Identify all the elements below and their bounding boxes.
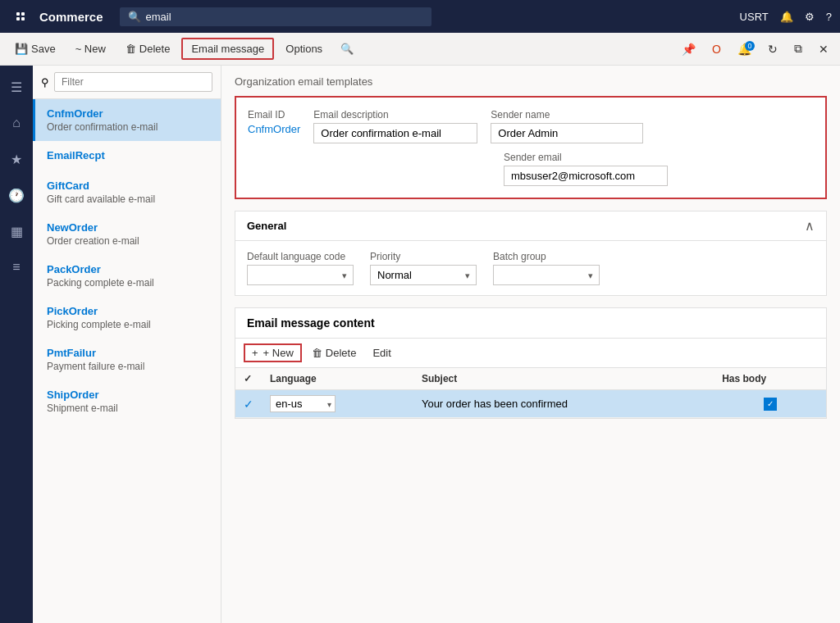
settings-icon[interactable]: ⚙ — [805, 11, 815, 23]
batch-group-group: Batch group — [493, 251, 600, 285]
section-title: Organization email templates — [235, 75, 827, 88]
toolbar-right-icons: 📌 O 🔔0 ↻ ⧉ ✕ — [677, 39, 833, 59]
language-select[interactable]: en-us — [270, 395, 336, 412]
priority-group: Priority Normal High Low — [370, 251, 477, 285]
row-language-cell[interactable]: en-us — [262, 390, 413, 418]
sender-name-group: Sender name — [491, 109, 643, 143]
user-label: USRT — [740, 11, 769, 23]
content-delete-button[interactable]: 🗑 Delete — [305, 344, 363, 362]
global-search[interactable]: 🔍 — [120, 7, 431, 26]
has-body-checkbox: ✓ — [764, 398, 777, 411]
row-has-body-cell: ✓ — [714, 390, 826, 418]
toolbar-search-icon[interactable]: 🔍 — [340, 43, 354, 55]
check-icon: ✓ — [244, 398, 253, 411]
filter-icon: ⚲ — [41, 76, 49, 89]
filter-area: ⚲ — [33, 66, 221, 99]
content-panel: Organization email templates Email ID Cn… — [221, 66, 840, 623]
table-header-row: ✓ Language Subject Has body — [235, 368, 826, 390]
new-button[interactable]: ~ New — [67, 39, 114, 58]
email-message-button[interactable]: Email message — [181, 38, 274, 60]
toolbar: 💾 Save ~ New 🗑 Delete Email message Opti… — [0, 33, 840, 66]
refresh-icon[interactable]: ↻ — [763, 39, 783, 59]
email-id-group: Email ID CnfmOrder — [248, 109, 300, 143]
general-header: General ∧ — [235, 211, 826, 241]
col-has-body: Has body — [714, 368, 826, 390]
notification-icon[interactable]: 🔔0 — [733, 39, 756, 59]
list-item[interactable]: PackOrder Packing complete e-mail — [33, 255, 221, 297]
priority-select-wrapper: Normal High Low — [370, 265, 477, 285]
email-desc-group: Email description — [313, 109, 477, 143]
search-input[interactable] — [146, 11, 423, 23]
search-icon: 🔍 — [128, 11, 141, 23]
email-desc-input[interactable] — [313, 123, 477, 143]
list-items: CnfmOrder Order confirmation e-mail Emai… — [33, 99, 221, 623]
content-section-header: Email message content — [235, 308, 826, 339]
table-row[interactable]: ✓ en-us Your order has been confirmed ✓ — [235, 390, 826, 418]
help-icon[interactable]: ? — [826, 11, 832, 23]
list-item[interactable]: NewOrder Order creation e-mail — [33, 213, 221, 255]
filter-input[interactable] — [54, 72, 212, 92]
col-check: ✓ — [235, 368, 262, 390]
star-icon[interactable]: ★ — [2, 144, 31, 174]
home-icon[interactable]: ⌂ — [2, 108, 31, 138]
hamburger-icon[interactable]: ☰ — [2, 72, 31, 102]
list-item[interactable]: PickOrder Picking complete e-mail — [33, 297, 221, 339]
general-collapse-button[interactable]: ∧ — [805, 218, 815, 234]
sender-email-input[interactable] — [504, 166, 668, 186]
batch-group-select-wrapper — [493, 265, 600, 285]
default-lang-select[interactable] — [247, 265, 354, 285]
office-icon[interactable]: O — [707, 39, 726, 59]
content-section: Email message content + + New 🗑 Delete E… — [235, 307, 827, 419]
content-new-icon: + — [252, 347, 258, 359]
close-icon[interactable]: ✕ — [814, 39, 833, 59]
table-icon[interactable]: ▦ — [2, 216, 31, 246]
content-edit-button[interactable]: Edit — [366, 344, 397, 362]
row-subject-cell: Your order has been confirmed — [413, 390, 714, 418]
main-layout: ☰ ⌂ ★ 🕐 ▦ ≡ ⚲ CnfmOrder Order confirmati… — [0, 66, 840, 623]
email-template-box: Email ID CnfmOrder Email description Sen… — [235, 96, 827, 199]
batch-group-select[interactable] — [493, 265, 600, 285]
sidebar-icons: ☰ ⌂ ★ 🕐 ▦ ≡ — [0, 66, 33, 623]
content-new-button[interactable]: + + New — [244, 343, 302, 362]
content-table: ✓ Language Subject Has body ✓ — [235, 368, 826, 418]
sender-email-group: Sender email — [504, 152, 668, 186]
list-item[interactable]: CnfmOrder Order confirmation e-mail — [33, 99, 221, 141]
delete-icon: 🗑 — [126, 43, 136, 55]
col-subject: Subject — [413, 368, 714, 390]
list-item[interactable]: EmailRecpt — [33, 141, 221, 171]
open-new-icon[interactable]: ⧉ — [789, 39, 807, 59]
list-panel: ⚲ CnfmOrder Order confirmation e-mail Em… — [33, 66, 221, 623]
list-item[interactable]: GiftCard Gift card available e-mail — [33, 171, 221, 213]
save-button[interactable]: 💾 Save — [7, 39, 64, 58]
row-check-cell: ✓ — [235, 390, 262, 418]
list-item[interactable]: PmtFailur Payment failure e-mail — [33, 339, 221, 380]
default-lang-select-wrapper — [247, 265, 354, 285]
content-toolbar: + + New 🗑 Delete Edit — [235, 339, 826, 368]
save-icon: 💾 — [15, 43, 28, 55]
template-row-2: Sender email — [248, 152, 814, 186]
app-grid-icon[interactable] — [8, 12, 33, 20]
content-delete-icon: 🗑 — [312, 347, 322, 359]
pin-icon[interactable]: 📌 — [677, 39, 701, 59]
list-icon[interactable]: ≡ — [2, 252, 31, 282]
sender-name-input[interactable] — [491, 123, 643, 143]
language-select-wrapper: en-us — [270, 395, 336, 412]
top-nav: Commerce 🔍 USRT 🔔 ⚙ ? — [0, 0, 840, 33]
priority-select[interactable]: Normal High Low — [370, 265, 477, 285]
app-name: Commerce — [39, 10, 103, 24]
delete-button[interactable]: 🗑 Delete — [117, 39, 179, 58]
top-nav-right: USRT 🔔 ⚙ ? — [740, 11, 832, 23]
general-section: General ∧ Default language code Priority — [235, 211, 827, 296]
bell-icon[interactable]: 🔔 — [780, 11, 793, 23]
col-language: Language — [262, 368, 413, 390]
general-body: Default language code Priority Normal Hi… — [235, 241, 826, 295]
default-lang-group: Default language code — [247, 251, 354, 285]
recent-icon[interactable]: 🕐 — [2, 180, 31, 210]
list-item[interactable]: ShipOrder Shipment e-mail — [33, 380, 221, 422]
template-row-1: Email ID CnfmOrder Email description Sen… — [248, 109, 814, 143]
options-button[interactable]: Options — [277, 39, 331, 58]
